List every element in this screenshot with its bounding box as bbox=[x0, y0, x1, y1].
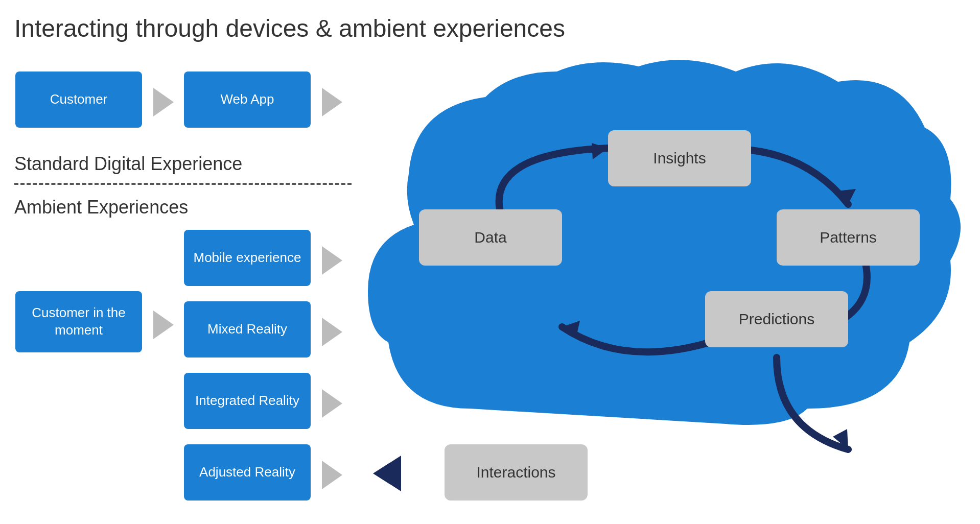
adjusted-reality-box: Adjusted Reality bbox=[184, 444, 311, 501]
ambient-experiences-label: Ambient Experiences bbox=[14, 197, 188, 218]
arrow-adjusted bbox=[322, 461, 342, 489]
arrow-integrated bbox=[322, 389, 342, 418]
customer-moment-box: Customer in the moment bbox=[15, 291, 142, 352]
arrow-webapp bbox=[322, 88, 342, 116]
data-box: Data bbox=[419, 209, 562, 266]
customer-box: Customer bbox=[15, 72, 142, 128]
insights-box: Insights bbox=[608, 130, 751, 186]
webapp-box: Web App bbox=[184, 72, 311, 128]
interactions-box: Interactions bbox=[445, 444, 588, 501]
standard-digital-label: Standard Digital Experience bbox=[14, 153, 242, 175]
cloud-container: Insights Patterns Predictions Data bbox=[358, 41, 961, 465]
arrow-mixed bbox=[322, 318, 342, 346]
main-title: Interacting through devices & ambient ex… bbox=[14, 14, 565, 42]
dashed-divider bbox=[14, 183, 352, 185]
arrow-mobile bbox=[322, 246, 342, 275]
arrow-customer-to-webapp bbox=[153, 88, 174, 116]
mixed-reality-box: Mixed Reality bbox=[184, 301, 311, 358]
arrow-to-interactions bbox=[373, 456, 401, 491]
integrated-reality-box: Integrated Reality bbox=[184, 373, 311, 429]
patterns-box: Patterns bbox=[777, 209, 920, 266]
arrow-customer-moment bbox=[153, 311, 174, 339]
predictions-box: Predictions bbox=[705, 291, 848, 347]
mobile-experience-box: Mobile experience bbox=[184, 230, 311, 286]
